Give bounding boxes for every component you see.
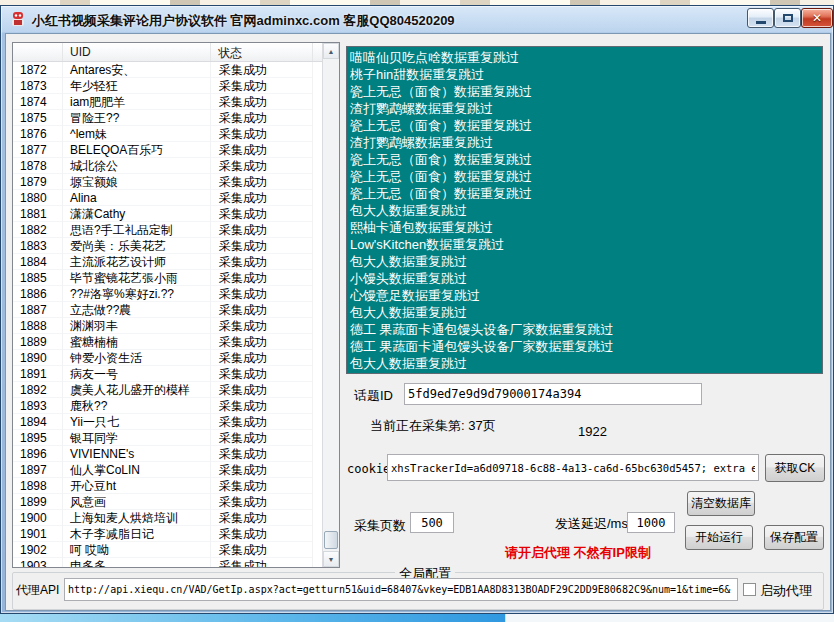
proxy-api-input[interactable] [64,578,738,601]
taskbar-fragment [0,614,505,622]
table-row[interactable]: 1884主流派花艺设计师采集成功 [13,254,323,270]
table-row[interactable]: 1877BELEQOA百乐巧采集成功 [13,142,323,158]
table-cell: 1876 [13,126,63,142]
table-row[interactable]: 1894Yii一只七采集成功 [13,414,323,430]
table-scrollbar[interactable]: ▲ ▼ [322,43,339,567]
table-cell: 采集成功 [211,558,313,568]
log-line: 瓷上无忌（面食）数据重复跳过 [350,83,819,100]
scroll-up-icon[interactable]: ▲ [323,43,339,59]
table-cell: 采集成功 [211,222,313,238]
table-row[interactable]: 1873年少轻狂采集成功 [13,78,323,94]
maximize-icon [783,14,793,22]
table-cell: 采集成功 [211,462,313,478]
enable-proxy-checkbox[interactable] [743,583,756,596]
table-cell: BELEQOA百乐巧 [63,142,211,158]
table-cell: 1884 [13,254,63,270]
table-row[interactable]: 1874iam肥肥羊采集成功 [13,94,323,110]
taskbar-fragment [505,614,834,622]
column-header-status[interactable]: 状态 [211,43,313,61]
table-row[interactable]: 1886??#洛寧%寒好zi.??采集成功 [13,286,323,302]
results-table[interactable]: UID 状态 1872Antares安、采集成功1873年少轻狂采集成功1874… [12,42,340,568]
table-row[interactable]: 1875冒险王??采集成功 [13,110,323,126]
topic-id-input[interactable] [404,383,702,405]
table-cell: 1888 [13,318,63,334]
table-cell: 呵 哎呦 [63,542,211,558]
table-row[interactable]: 1891病友一号采集成功 [13,366,323,382]
log-line: 小馒头数据重复跳过 [350,270,819,287]
log-line: 桃子hin甜数据重复跳过 [350,66,819,83]
table-row[interactable]: 1903申多多采集成功 [13,558,323,568]
table-row[interactable]: 1876^lem妹采集成功 [13,126,323,142]
table-row[interactable]: 1878城北徐公采集成功 [13,158,323,174]
table-cell: 采集成功 [211,254,313,270]
table-cell: 1873 [13,78,63,94]
table-row[interactable]: 1885毕节蜜镜花艺張小雨采集成功 [13,270,323,286]
save-config-button[interactable]: 保存配置 [764,525,824,550]
app-window: 小红书视频采集评论用户协议软件 官网adminxc.com 客服QQ804520… [0,5,834,614]
table-row[interactable]: 1872Antares安、采集成功 [13,62,323,78]
delay-label: 发送延迟/ms [555,515,628,533]
clear-database-button[interactable]: 清空数据库 [687,491,755,516]
get-cookie-button[interactable]: 获取CK [765,454,825,482]
scrollbar-thumb[interactable] [324,531,338,549]
table-cell: 1881 [13,206,63,222]
table-cell: 冒险王?? [63,110,211,126]
table-row[interactable]: 1902呵 哎呦采集成功 [13,542,323,558]
table-cell: 采集成功 [211,286,313,302]
table-cell: 1898 [13,478,63,494]
table-cell: 1897 [13,462,63,478]
table-row[interactable]: 1900上海知麦人烘焙培训采集成功 [13,510,323,526]
table-cell: 1903 [13,558,63,568]
table-row[interactable]: 1888渊渊羽丰采集成功 [13,318,323,334]
table-row[interactable]: 1887立志做??農采集成功 [13,302,323,318]
table-row[interactable]: 1901木子李减脂日记采集成功 [13,526,323,542]
delay-input[interactable] [627,512,675,533]
table-row[interactable]: 1896VIVIENNE's采集成功 [13,446,323,462]
table-row[interactable]: 1893鹿秋??采集成功 [13,398,323,414]
table-cell: 钟爱小资生活 [63,350,211,366]
table-cell: 1895 [13,430,63,446]
table-cell: 1872 [13,62,63,78]
maximize-button[interactable] [774,8,801,28]
table-cell: 采集成功 [211,414,313,430]
pages-input[interactable] [410,512,454,533]
table-row[interactable]: 1898开心豆ht采集成功 [13,478,323,494]
table-cell: 1878 [13,158,63,174]
table-row[interactable]: 1889蜜糖楠楠采集成功 [13,334,323,350]
scroll-down-icon[interactable]: ▼ [323,551,339,567]
table-cell: 上海知麦人烘焙培训 [63,510,211,526]
table-row[interactable]: 1881潇潇Cathy采集成功 [13,206,323,222]
table-row[interactable]: 1899风意画采集成功 [13,494,323,510]
table-cell: 1902 [13,542,63,558]
table-row[interactable]: 1890钟爱小资生活采集成功 [13,350,323,366]
start-run-button[interactable]: 开始运行 [685,525,753,550]
table-row[interactable]: 1895银耳同学采集成功 [13,430,323,446]
table-cell: 城北徐公 [63,158,211,174]
table-cell: 开心豆ht [63,478,211,494]
log-line: 喵喵仙贝吃点啥数据重复跳过 [350,49,819,66]
table-cell: Alina [63,190,211,206]
title-bar[interactable]: 小红书视频采集评论用户协议软件 官网adminxc.com 客服QQ804520… [1,6,833,33]
close-button[interactable]: ✕ [801,8,833,28]
progress-text: 当前正在采集第: 37页 [370,417,496,435]
table-row[interactable]: 1897仙人掌CoLIN采集成功 [13,462,323,478]
table-row[interactable]: 1879塬宝额娘采集成功 [13,174,323,190]
table-cell: iam肥肥羊 [63,94,211,110]
table-row[interactable]: 1880Alina采集成功 [13,190,323,206]
table-row[interactable]: 1892虞美人花儿盛开的模样采集成功 [13,382,323,398]
table-cell: 爱尚美：乐美花艺 [63,238,211,254]
cookie-input[interactable] [387,454,759,481]
log-line: 瓷上无忌（面食）数据重复跳过 [350,185,819,202]
topic-id-label: 话题ID [354,387,393,405]
minimize-button[interactable] [747,8,774,28]
table-cell: 采集成功 [211,430,313,446]
table-cell: 塬宝额娘 [63,174,211,190]
log-line: 包大人数据重复跳过 [350,304,819,321]
table-cell: 1894 [13,414,63,430]
log-output[interactable]: 喵喵仙贝吃点啥数据重复跳过桃子hin甜数据重复跳过瓷上无忌（面食）数据重复跳过渣… [346,46,823,374]
table-row[interactable]: 1882思语?手工礼品定制采集成功 [13,222,323,238]
table-cell: 仙人掌CoLIN [63,462,211,478]
column-header-index[interactable] [13,43,63,61]
column-header-uid[interactable]: UID [63,43,211,61]
table-row[interactable]: 1883爱尚美：乐美花艺采集成功 [13,238,323,254]
